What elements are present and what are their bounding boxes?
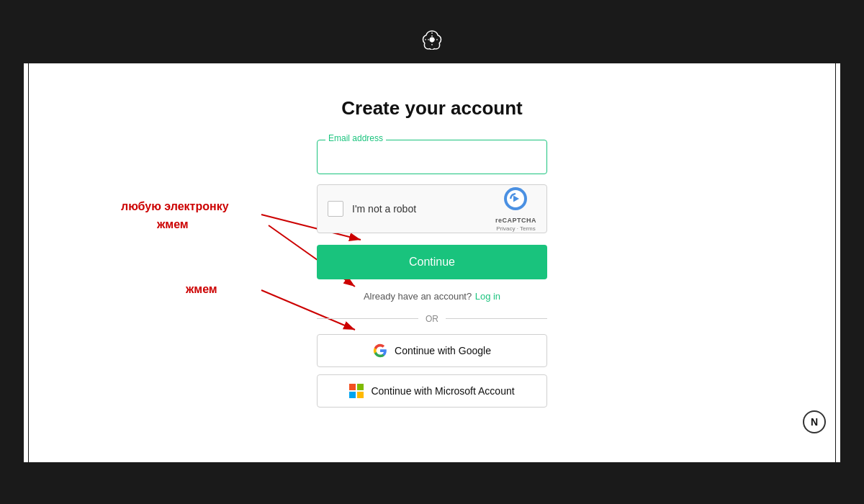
google-icon <box>373 343 387 358</box>
login-link[interactable]: Log in <box>475 291 500 302</box>
recaptcha-brand: reCAPTCHA <box>495 217 536 224</box>
openai-logo <box>422 30 442 54</box>
microsoft-icon <box>349 384 364 398</box>
or-text: OR <box>426 314 438 324</box>
bottom-bar <box>24 462 840 484</box>
microsoft-button[interactable]: Continue with Microsoft Account <box>317 374 547 408</box>
recaptcha-links: Privacy · Terms <box>496 225 536 232</box>
login-prompt: Already have an account? Log in <box>364 289 500 302</box>
page-title: Create your account <box>341 97 522 120</box>
continue-button[interactable]: Continue <box>317 245 547 279</box>
top-bar <box>24 20 840 63</box>
google-button[interactable]: Continue with Google <box>317 334 547 367</box>
recaptcha-left: I'm not a robot <box>328 201 416 217</box>
recaptcha-box[interactable]: I'm not a robot reCAPTCHA Privacy · Term… <box>317 184 547 233</box>
recaptcha-checkbox[interactable] <box>328 201 343 217</box>
notion-badge: N <box>803 410 826 433</box>
main-frame: любую электронку жмем жмем C <box>22 18 842 486</box>
microsoft-button-label: Continue with Microsoft Account <box>371 385 514 397</box>
recaptcha-right: reCAPTCHA Privacy · Terms <box>495 186 536 232</box>
recaptcha-icon <box>503 186 528 215</box>
already-account-text: Already have an account? <box>364 291 472 302</box>
recaptcha-text: I'm not a robot <box>352 203 416 215</box>
form-container: Create your account Email address I'm no… <box>317 97 547 415</box>
or-line-right <box>446 318 547 319</box>
or-divider: OR <box>317 314 547 324</box>
or-line-left <box>317 318 418 319</box>
annotation-text-3: жмем <box>186 283 217 296</box>
annotation-text-1: любую электронку <box>121 200 229 213</box>
email-field-wrapper: Email address <box>317 140 547 174</box>
email-label: Email address <box>325 133 386 143</box>
google-button-label: Continue with Google <box>395 345 491 356</box>
email-input[interactable] <box>317 140 547 174</box>
annotation-text-2: жмем <box>157 218 189 231</box>
main-content: любую электронку жмем жмем C <box>24 63 840 462</box>
